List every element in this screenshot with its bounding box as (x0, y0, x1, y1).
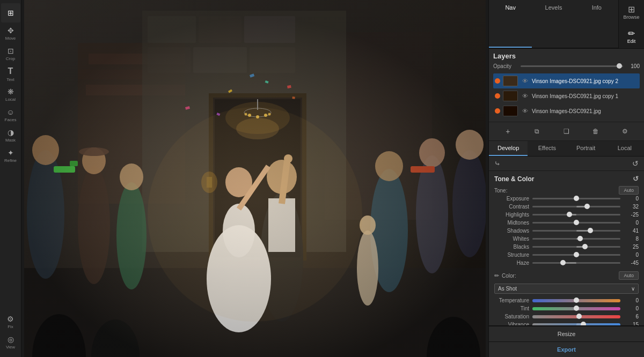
layers-header: Layers (493, 52, 640, 60)
tab-local[interactable]: Local (605, 141, 644, 156)
tool-crop[interactable]: ⊡ Crop (1, 44, 20, 63)
text-icon: T (8, 66, 13, 76)
whites-thumb[interactable] (577, 236, 583, 241)
edit-icon: ✏ (623, 28, 641, 39)
tab-nav[interactable]: Nav (489, 0, 532, 48)
tab-levels[interactable]: Levels (532, 0, 575, 48)
saturation-slider[interactable] (532, 315, 620, 318)
contrast-label: Contrast (494, 204, 529, 210)
tool-mask[interactable]: ◑ Mask (1, 125, 20, 145)
shadows-thumb[interactable] (588, 228, 593, 233)
layer-copy-button[interactable]: ⧉ (531, 125, 544, 138)
shadows-slider[interactable] (532, 230, 620, 232)
layer-thumb-1 (503, 106, 518, 116)
highlights-thumb[interactable] (567, 212, 572, 217)
color-label-row: ✏ Color: Auto (489, 269, 644, 282)
layer-item-1[interactable]: 👁 Vinson Images-DSC0921.jpg (493, 103, 640, 118)
export-button[interactable]: Export (489, 341, 644, 357)
temperature-thumb[interactable] (574, 298, 579, 303)
saturation-value: 6 (624, 314, 639, 319)
layer-eye-2[interactable]: 👁 (521, 92, 529, 100)
midtones-label: Midtones (494, 220, 529, 226)
tone-auto-button[interactable]: Auto (619, 186, 639, 195)
develop-reset-icon[interactable]: ↺ (632, 159, 639, 168)
layer-delete-button[interactable]: 🗑 (589, 125, 602, 138)
layer-duplicate-button[interactable]: ❑ (560, 125, 573, 138)
develop-share-icon[interactable]: ⤷ (494, 159, 501, 168)
view-icon: ◎ (8, 335, 14, 344)
tone-label: Tone: (494, 188, 507, 194)
photo-canvas[interactable] (24, 0, 486, 357)
tool-grid[interactable]: ⊞ (1, 3, 20, 23)
tab-portrait[interactable]: Portrait (567, 141, 605, 156)
edit-button[interactable]: ✏ Edit (620, 24, 643, 48)
haze-thumb[interactable] (560, 260, 566, 265)
contrast-row: Contrast 32 (494, 204, 639, 210)
tool-local[interactable]: ❋ Local (1, 85, 20, 104)
crop-icon: ⊡ (8, 47, 14, 55)
pencil-icon: ✏ (494, 272, 499, 279)
browse-button[interactable]: ⊞ Browse (620, 0, 643, 24)
tool-text-label: Text (6, 77, 14, 82)
layer-eye-1[interactable]: 👁 (521, 107, 529, 115)
structure-thumb[interactable] (574, 252, 579, 257)
tool-local-label: Local (5, 97, 16, 102)
whites-slider[interactable] (532, 238, 620, 240)
move-icon: ✥ (8, 26, 14, 35)
tint-thumb[interactable] (574, 306, 579, 311)
midtones-slider[interactable] (532, 222, 620, 224)
tone-color-header[interactable]: Tone & Color ↺ (489, 171, 644, 185)
tab-develop[interactable]: Develop (489, 141, 528, 156)
structure-slider[interactable] (532, 254, 620, 256)
exposure-slider[interactable] (532, 198, 620, 199)
refine-icon: ✦ (8, 148, 14, 157)
resize-button[interactable]: Resize (489, 326, 644, 341)
vibrance-slider[interactable] (532, 323, 620, 326)
layers-section: Layers Opacity 100 👁 Vinson Images-DSC09… (489, 49, 644, 122)
layer-item-3[interactable]: 👁 Vinson Images-DSC0921.jpg copy 2 (493, 73, 640, 88)
blacks-label: Blacks (494, 244, 529, 250)
as-shot-select[interactable]: As Shot ∨ (494, 284, 639, 294)
tool-move[interactable]: ✥ Move (1, 24, 20, 43)
opacity-slider[interactable] (521, 65, 623, 67)
mask-icon: ◑ (8, 128, 14, 137)
highlights-slider[interactable] (532, 214, 620, 215)
structure-label: Structure (494, 252, 529, 258)
exposure-thumb[interactable] (574, 196, 579, 201)
layer-item-2[interactable]: 👁 Vinson Images-DSC0921.jpg copy 1 (493, 88, 640, 103)
blacks-slider[interactable] (532, 246, 620, 248)
structure-value: 0 (624, 252, 639, 258)
layer-dot-3 (495, 78, 500, 84)
tool-refine-label: Refine (4, 158, 17, 163)
blacks-thumb[interactable] (582, 244, 588, 249)
tool-fix[interactable]: ⚙ Fix (1, 312, 20, 331)
tone-color-reset[interactable]: ↺ (633, 175, 639, 183)
tool-refine[interactable]: ✦ Refine (1, 146, 20, 165)
canvas-area (21, 0, 488, 357)
vibrance-row: Vibrance 15 (494, 322, 639, 325)
tint-slider[interactable] (532, 307, 620, 310)
midtones-thumb[interactable] (574, 220, 579, 225)
panel-content[interactable]: Tone & Color ↺ Tone: Auto Exposure 0 (489, 171, 644, 325)
tab-effects[interactable]: Effects (528, 141, 566, 156)
layer-name-2: Vinson Images-DSC0921.jpg copy 1 (532, 93, 638, 99)
temperature-row: Temperature 0 (494, 298, 639, 303)
haze-row: Haze -45 (494, 260, 639, 266)
temperature-slider[interactable] (532, 299, 620, 302)
color-auto-button[interactable]: Auto (619, 271, 639, 280)
vibrance-thumb[interactable] (581, 322, 586, 326)
contrast-thumb[interactable] (584, 204, 590, 209)
vibrance-value: 15 (624, 322, 639, 325)
tab-info[interactable]: Info (575, 0, 618, 48)
contrast-slider[interactable] (532, 206, 620, 207)
layer-eye-3[interactable]: 👁 (521, 77, 529, 85)
tool-faces[interactable]: ☺ Faces (1, 105, 20, 124)
tool-text[interactable]: T Text (1, 64, 20, 84)
tool-view[interactable]: ◎ View (1, 332, 20, 352)
layer-add-button[interactable]: + (501, 125, 514, 138)
develop-toolbar: ⤷ ↺ (489, 157, 644, 171)
haze-slider[interactable] (532, 262, 620, 264)
layer-settings-button[interactable]: ⚙ (619, 125, 632, 138)
saturation-thumb[interactable] (576, 314, 582, 319)
midtones-row: Midtones 0 (494, 220, 639, 226)
